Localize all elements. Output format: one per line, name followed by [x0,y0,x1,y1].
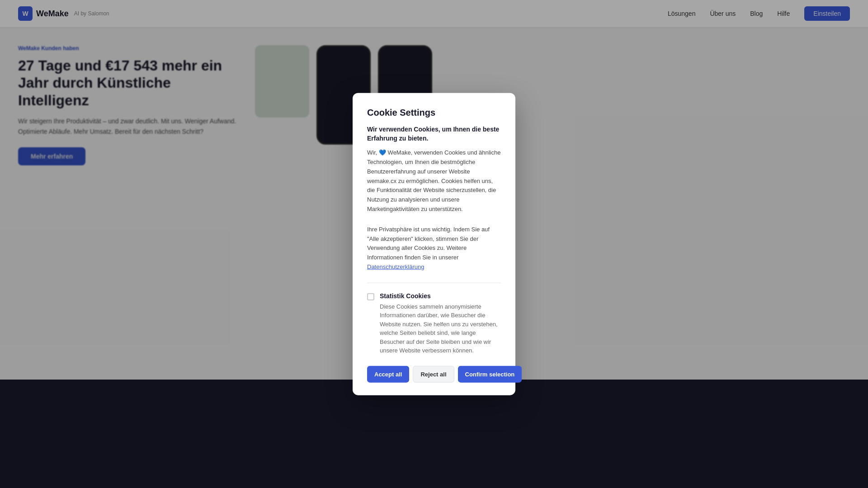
statistics-content: Statistik Cookies Diese Cookies sammeln … [380,292,501,355]
cookie-section-statistics: Statistik Cookies Diese Cookies sammeln … [367,292,501,355]
modal-divider [367,282,501,283]
cookie-modal-wrapper: Cookie Settings Wir verwenden Cookies, u… [353,93,515,395]
privacy-policy-link[interactable]: Datenschutzerklärung [367,263,424,270]
modal-intro: Wir verwenden Cookies, um Ihnen die best… [367,125,501,143]
confirm-selection-button[interactable]: Confirm selection [458,366,522,382]
modal-title: Cookie Settings [367,108,501,118]
cookie-modal: Cookie Settings Wir verwenden Cookies, u… [353,93,515,395]
reject-all-button[interactable]: Reject all [413,366,454,382]
statistics-description: Diese Cookies sammeln anonymisierte Info… [380,302,501,355]
statistics-title: Statistik Cookies [380,292,501,299]
modal-buttons: Accept all Reject all Confirm selection [367,366,501,382]
modal-body-text-1: Wir, 💙 WeMake, verwenden Cookies und ähn… [367,148,501,214]
modal-body-text-2: Ihre Privatsphäre ist uns wichtig. Indem… [367,225,501,272]
accept-all-button[interactable]: Accept all [367,366,409,382]
statistics-checkbox[interactable] [367,293,374,300]
